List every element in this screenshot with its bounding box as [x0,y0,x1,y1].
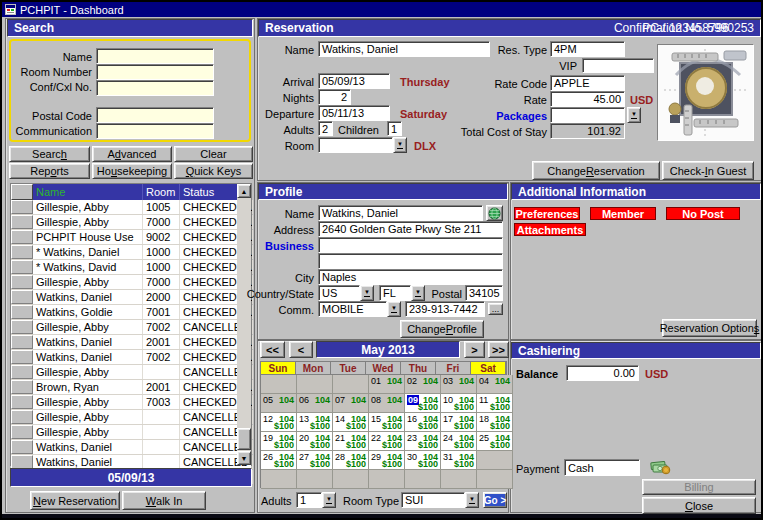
state-field[interactable]: FL [379,285,411,301]
packages-field[interactable] [550,107,625,123]
row-selector[interactable] [11,260,33,274]
table-row[interactable]: Gillespie, AbbyCANCELLED [11,425,251,440]
member-badge[interactable]: Member [590,207,656,220]
reports-button[interactable]: Reports [9,163,90,179]
calendar-day-cell[interactable]: 30104$100 [405,451,441,470]
new-reservation-button[interactable]: New Reservation [30,491,120,510]
calendar-day-cell[interactable]: 12104$100 [261,413,297,432]
postal-code-input[interactable] [96,107,214,123]
arrival-field[interactable]: 05/09/13 [318,73,390,89]
close-button[interactable]: Close [642,497,756,514]
adults-field[interactable]: 2 [318,121,333,136]
table-row[interactable]: Watkins, DanielCANCELLED [11,440,251,455]
row-selector[interactable] [11,335,33,349]
calendar-day-cell[interactable]: 22104$100 [369,432,405,451]
change-reservation-button[interactable]: Change Reservation [532,161,660,180]
advanced-button[interactable]: Advanced [92,146,172,162]
row-selector[interactable] [11,410,33,424]
calendar-day-cell[interactable]: 04104 [477,375,513,394]
table-row[interactable]: Watkins, Daniel2001CHECKED OUT [11,335,251,350]
calendar-day-cell[interactable]: 29104$100 [369,451,405,470]
room-number-input[interactable] [96,64,214,80]
change-profile-button[interactable]: Change Profile [400,320,484,338]
calendar-day-cell[interactable]: 31104$100 [441,451,477,470]
row-selector[interactable] [11,380,33,394]
clear-button[interactable]: Clear [174,146,253,162]
row-selector[interactable] [11,365,33,379]
calendar-day-cell[interactable]: 08104 [369,394,405,413]
table-row[interactable]: Gillespie, Abby7000CHECKED OUT [11,275,251,290]
scrollbar-thumb[interactable] [237,428,251,450]
table-row[interactable]: Brown, Ryan2001CHECKED OUT [11,380,251,395]
go-button[interactable]: Go > [483,492,507,508]
calendar-day-cell[interactable]: 21104$100 [333,432,369,451]
row-selector[interactable] [11,440,33,454]
attachments-badge[interactable]: Attachments [514,223,586,236]
calendar-day-cell[interactable]: 07104 [333,394,369,413]
packages-link[interactable]: Packages [482,108,547,123]
calendar-day-cell[interactable]: 06104 [297,394,333,413]
table-row[interactable]: Gillespie, Abby7002CANCELLED [11,320,251,335]
table-row[interactable]: Gillespie, Abby1005CHECKED OUT [11,200,251,215]
calendar-day-cell[interactable]: 28104$100 [333,451,369,470]
row-selector[interactable] [11,230,33,244]
calendar-day-cell[interactable]: 18104$100 [477,413,513,432]
vip-field[interactable] [582,58,654,73]
scroll-down-icon[interactable]: ▼ [237,451,251,465]
payment-field[interactable]: Cash [564,459,640,476]
address2-field[interactable] [318,253,503,269]
comm-type-field[interactable]: MOBILE [318,301,387,317]
profile-name-field[interactable]: Watkins, Daniel [318,205,483,221]
conf-cxl-input[interactable] [96,80,214,96]
calendar-day-cell[interactable]: 11104$100 [477,394,513,413]
nights-field[interactable]: 2 [318,89,351,105]
calendar-day-cell[interactable]: 01104 [369,375,405,394]
table-row[interactable]: Gillespie, AbbyCANCELLED [11,365,251,380]
calendar-day-cell[interactable]: 19104$100 [261,432,297,451]
room-type-field[interactable]: SUI [401,492,465,508]
room-dropdown-icon[interactable]: ▼ [393,137,407,153]
calendar-prev-button[interactable]: < [289,341,313,358]
calendar-day-cell[interactable]: 25104$100 [477,432,513,451]
quick-keys-button[interactable]: Quick Keys [174,163,253,179]
calendar-day-cell[interactable]: 03104 [441,375,477,394]
walk-in-button[interactable]: Walk In [122,491,206,510]
cal-adults-dropdown-icon[interactable]: ▼ [322,492,336,508]
rate-code-field[interactable]: APPLE [550,75,625,91]
row-selector[interactable] [11,305,33,319]
rate-field[interactable]: 45.00 [550,91,625,107]
comm-value-field[interactable]: 239-913-7442 [405,301,485,317]
calendar-day-cell[interactable]: 20104$100 [297,432,333,451]
postal-field[interactable]: 34105 [465,285,503,301]
table-row[interactable]: * Watkins, David1000CHECKED OUT [11,260,251,275]
row-selector[interactable] [11,290,33,304]
city-field[interactable]: Naples [318,269,503,285]
calendar-day-cell[interactable]: 15104$100 [369,413,405,432]
calendar-day-cell[interactable]: 05104 [261,394,297,413]
comm-dropdown-icon[interactable]: ▼ [387,301,401,317]
table-row[interactable]: Watkins, Daniel7002CHECKED OUT [11,350,251,365]
calendar-day-cell[interactable]: 24104$100 [441,432,477,451]
calendar-first-button[interactable]: << [260,341,285,358]
table-row[interactable]: Gillespie, Abby7000CHECKED OUT [11,215,251,230]
row-selector[interactable] [11,425,33,439]
no-post-badge[interactable]: No Post [666,207,740,220]
table-row[interactable]: Watkins, Goldie7001CHECKED OUT [11,305,251,320]
business-field[interactable] [318,237,503,253]
address-field[interactable]: 2640 Golden Gate Pkwy Ste 211 [318,221,503,237]
row-selector[interactable] [11,200,33,214]
table-scrollbar[interactable]: ▲ ▼ [237,184,251,465]
children-field[interactable]: 1 [387,121,402,136]
res-name-field[interactable]: Watkins, Daniel [318,41,490,57]
table-row[interactable]: Gillespie, AbbyCANCELLED [11,410,251,425]
row-selector[interactable] [11,395,33,409]
calendar-day-cell[interactable]: 27104$100 [297,451,333,470]
calendar-day-cell[interactable]: 23104$100 [405,432,441,451]
row-selector[interactable] [11,275,33,289]
room-field[interactable] [318,137,393,153]
billing-button[interactable]: Billing [642,479,756,495]
calendar-day-cell[interactable]: 14104$100 [333,413,369,432]
row-selector[interactable] [11,455,33,469]
column-header-name[interactable]: Name [33,184,143,200]
state-dropdown-icon[interactable]: ▼ [411,285,425,301]
